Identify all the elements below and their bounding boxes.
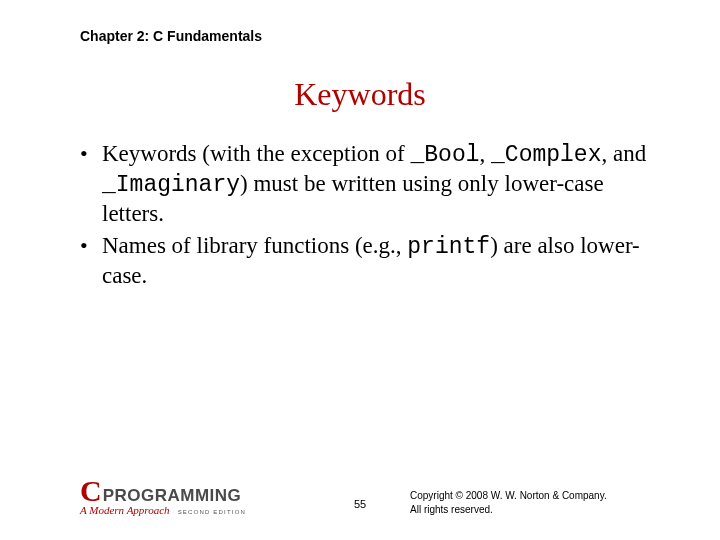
slide-body: Keywords (with the exception of _Bool, _… xyxy=(78,140,660,295)
footer: C PROGRAMMING A Modern Approach SECOND E… xyxy=(0,456,720,516)
bullet-item: Names of library functions (e.g., printf… xyxy=(78,232,660,291)
slide-title: Keywords xyxy=(0,76,720,113)
copyright-line: Copyright © 2008 W. W. Norton & Company. xyxy=(410,489,650,503)
code-span: printf xyxy=(407,234,490,260)
code-span: _Complex xyxy=(491,142,601,168)
text: , and xyxy=(601,141,646,166)
chapter-label: Chapter 2: C Fundamentals xyxy=(80,28,262,44)
code-span: _Imaginary xyxy=(102,172,240,198)
book-logo: C PROGRAMMING A Modern Approach SECOND E… xyxy=(80,477,290,516)
text: , xyxy=(480,141,492,166)
code-span: _Bool xyxy=(411,142,480,168)
copyright: Copyright © 2008 W. W. Norton & Company.… xyxy=(410,489,650,516)
bullet-item: Keywords (with the exception of _Bool, _… xyxy=(78,140,660,228)
text: Names of library functions (e.g., xyxy=(102,233,407,258)
text: Keywords (with the exception of xyxy=(102,141,411,166)
copyright-line: All rights reserved. xyxy=(410,503,650,517)
